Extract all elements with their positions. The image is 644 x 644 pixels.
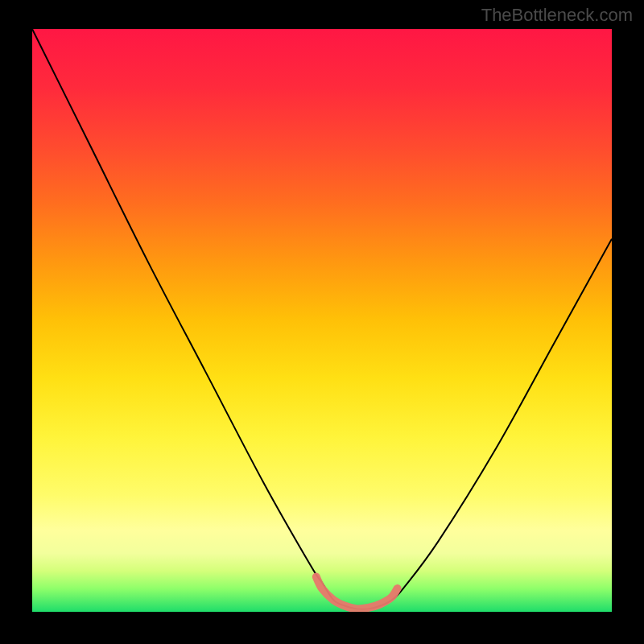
gradient-background — [32, 29, 612, 612]
bottleneck-chart — [32, 29, 612, 612]
watermark-text: TheBottleneck.com — [481, 5, 633, 26]
plot-area — [32, 29, 612, 612]
chart-container: TheBottleneck.com — [0, 0, 644, 644]
